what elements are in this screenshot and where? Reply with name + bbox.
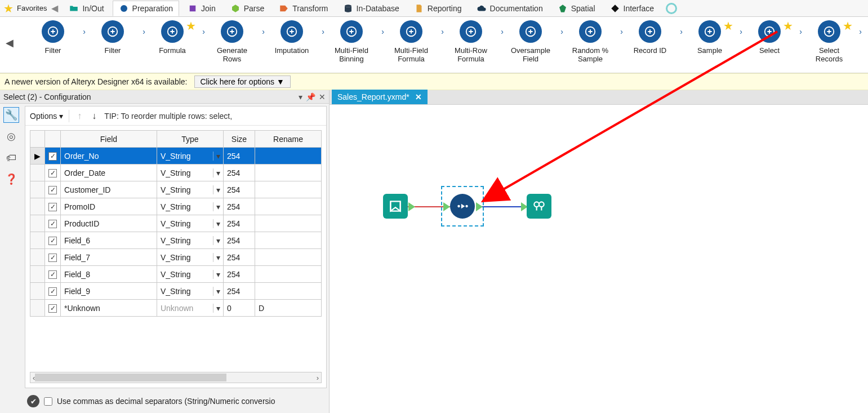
- type-dropdown-icon[interactable]: ▾: [213, 152, 223, 161]
- col-rename[interactable]: Rename: [255, 131, 321, 148]
- tool-chevron-icon[interactable]: ›: [143, 27, 145, 36]
- cell-field[interactable]: Field_7: [61, 249, 157, 266]
- help-icon[interactable]: ❓: [3, 171, 19, 187]
- move-up-icon[interactable]: ↑: [75, 111, 84, 121]
- row-header[interactable]: [30, 215, 45, 232]
- table-row[interactable]: ✓Field_6V_String▾254: [30, 232, 322, 249]
- category-tab[interactable]: Parse: [224, 1, 271, 16]
- col-type[interactable]: Type: [157, 131, 223, 148]
- category-tab[interactable]: Reporting: [408, 1, 468, 16]
- row-header[interactable]: [30, 266, 45, 283]
- cell-size[interactable]: 254: [223, 266, 255, 283]
- cell-rename[interactable]: [255, 181, 321, 198]
- cell-size[interactable]: 254: [223, 181, 255, 198]
- input-data-node[interactable]: [383, 194, 408, 219]
- cell-field[interactable]: Field_6: [61, 232, 157, 249]
- cell-field[interactable]: Customer_ID: [61, 181, 157, 198]
- cell-type[interactable]: V_String▾: [157, 249, 223, 266]
- row-header[interactable]: [30, 300, 45, 317]
- cell-size[interactable]: 254: [223, 148, 255, 165]
- cell-rename[interactable]: [255, 249, 321, 266]
- tool-chevron-icon[interactable]: ›: [202, 27, 205, 36]
- cell-type[interactable]: V_String▾: [157, 198, 223, 215]
- tool-item[interactable]: ›GenerateRows: [207, 20, 257, 63]
- type-dropdown-icon[interactable]: ▾: [213, 219, 223, 228]
- tool-item[interactable]: ★›SelectRecords: [804, 20, 854, 63]
- cell-field[interactable]: PromoID: [61, 198, 157, 215]
- row-header[interactable]: [30, 165, 45, 181]
- row-header[interactable]: [30, 198, 45, 215]
- table-row[interactable]: ✓Customer_IDV_String▾254: [30, 181, 322, 198]
- table-row[interactable]: ✓Order_DateV_String▾254: [30, 165, 322, 181]
- fields-grid[interactable]: Field Type Size Rename ▶✓Order_NoV_Strin…: [30, 130, 322, 317]
- pin-icon[interactable]: 📌: [306, 92, 315, 101]
- close-document-icon[interactable]: ✕: [415, 92, 422, 101]
- field-checkbox[interactable]: ✓: [48, 169, 57, 177]
- workflow-canvas[interactable]: [330, 105, 868, 413]
- cell-size[interactable]: 254: [223, 198, 255, 215]
- field-checkbox[interactable]: ✓: [48, 237, 57, 245]
- update-options-button[interactable]: Click here for options ▼: [194, 76, 291, 88]
- close-icon[interactable]: ✕: [319, 92, 326, 101]
- cell-type[interactable]: V_String▾: [157, 283, 223, 300]
- type-dropdown-icon[interactable]: ▾: [213, 287, 223, 296]
- field-checkbox[interactable]: ✓: [48, 152, 57, 161]
- cell-rename[interactable]: [255, 283, 321, 300]
- cell-field[interactable]: Order_Date: [61, 165, 157, 181]
- tool-item[interactable]: ›Multi-FieldBinning: [327, 20, 376, 63]
- browse-node[interactable]: [527, 194, 551, 219]
- cell-size[interactable]: 254: [223, 215, 255, 232]
- table-row[interactable]: ▶✓Order_NoV_String▾254: [30, 148, 322, 165]
- tool-item[interactable]: ›Random %Sample: [566, 20, 615, 63]
- tool-chevron-icon[interactable]: ›: [262, 27, 265, 36]
- row-header[interactable]: [30, 249, 45, 266]
- tool-chevron-icon[interactable]: ›: [322, 27, 324, 36]
- category-tab[interactable]: In-Database: [337, 1, 406, 16]
- cell-type[interactable]: V_String▾: [157, 148, 223, 165]
- options-menu[interactable]: Options ▾: [30, 112, 63, 121]
- row-header[interactable]: [30, 181, 45, 198]
- cell-size[interactable]: 254: [223, 249, 255, 266]
- tool-item[interactable]: ›Record ID: [625, 20, 675, 63]
- tool-chevron-icon[interactable]: ›: [83, 27, 86, 36]
- output-anchor-icon[interactable]: [408, 202, 415, 211]
- category-tab[interactable]: Spatial: [551, 1, 602, 16]
- tool-item[interactable]: ›OversampleField: [506, 20, 555, 63]
- table-row[interactable]: ✓ProductIDV_String▾254: [30, 215, 322, 232]
- category-tab[interactable]: Interface: [604, 1, 660, 16]
- favorites-label[interactable]: Favorites: [17, 4, 47, 12]
- table-row[interactable]: ✓*UnknownUnknown▾0D: [30, 300, 322, 317]
- tool-item[interactable]: ›Multi-FieldFormula: [386, 20, 436, 63]
- table-row[interactable]: ✓PromoIDV_String▾254: [30, 198, 322, 215]
- dropdown-icon[interactable]: ▾: [299, 92, 302, 101]
- tool-chevron-icon[interactable]: ›: [381, 27, 384, 36]
- category-overflow-icon[interactable]: [666, 3, 677, 14]
- tool-item[interactable]: ›Multi-RowFormula: [446, 20, 496, 63]
- type-dropdown-icon[interactable]: ▾: [213, 253, 223, 262]
- field-checkbox[interactable]: ✓: [48, 287, 57, 296]
- col-size[interactable]: Size: [223, 131, 255, 148]
- category-tab[interactable]: Documentation: [470, 1, 549, 16]
- cell-field[interactable]: Order_No: [61, 148, 157, 165]
- type-dropdown-icon[interactable]: ▾: [213, 236, 223, 245]
- tool-chevron-icon[interactable]: ›: [620, 27, 623, 36]
- palette-scroll-left-icon[interactable]: ◀: [6, 20, 14, 65]
- cell-type[interactable]: V_String▾: [157, 181, 223, 198]
- field-checkbox[interactable]: ✓: [48, 220, 57, 228]
- cell-field[interactable]: Field_8: [61, 266, 157, 283]
- cell-type[interactable]: V_String▾: [157, 266, 223, 283]
- field-checkbox[interactable]: ✓: [48, 304, 57, 313]
- tool-item[interactable]: ★›Select: [745, 20, 794, 63]
- target-icon[interactable]: ◎: [3, 128, 19, 144]
- type-dropdown-icon[interactable]: ▾: [213, 304, 223, 313]
- tool-chevron-icon[interactable]: ›: [560, 27, 563, 36]
- category-scroll-left-icon[interactable]: ◀: [49, 2, 60, 15]
- tool-item[interactable]: ★›Sample: [685, 20, 735, 63]
- tool-chevron-icon[interactable]: ›: [501, 27, 504, 36]
- type-dropdown-icon[interactable]: ▾: [213, 202, 223, 211]
- cell-rename[interactable]: [255, 215, 321, 232]
- field-checkbox[interactable]: ✓: [48, 186, 57, 194]
- table-row[interactable]: ✓Field_9V_String▾254: [30, 283, 322, 300]
- tool-chevron-icon[interactable]: ›: [441, 27, 444, 36]
- tool-chevron-icon[interactable]: ›: [740, 27, 742, 36]
